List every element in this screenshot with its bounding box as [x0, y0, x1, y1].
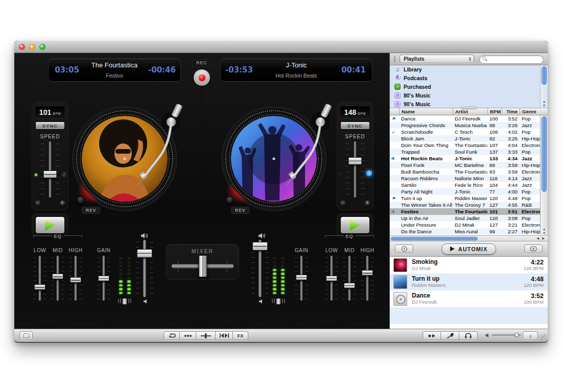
eq-high-slider[interactable]	[69, 256, 82, 301]
automix-button[interactable]: AUTOMIX	[441, 243, 497, 255]
column-genre[interactable]: Genre	[520, 108, 548, 115]
table-hscrollbar[interactable]: ◀ ▶	[390, 235, 548, 241]
eq-low-slider[interactable]	[34, 256, 46, 301]
speed-slider[interactable]: ♪	[36, 141, 64, 198]
history-button[interactable]	[395, 244, 413, 253]
table-row[interactable]: Party All Night J-Tonic 77 4:00 Pop	[390, 188, 541, 195]
skip-button[interactable]	[216, 331, 233, 340]
pitch-slider-button[interactable]	[196, 331, 216, 340]
column-bpm[interactable]: BPM	[487, 108, 502, 115]
crossfader[interactable]	[172, 264, 233, 268]
table-row[interactable]: Doin Your Own Thing The Fourtastica 107 …	[390, 142, 541, 149]
source-scrollbar[interactable]: ▲▼	[540, 65, 548, 108]
eq-low-slider[interactable]	[325, 256, 338, 301]
key-lock-button[interactable]: ♪	[60, 170, 68, 178]
source-item[interactable]: 80's Music	[390, 91, 548, 100]
table-row[interactable]: Do the Dance Miss Aural 99 2:27 Hip-Hop	[390, 228, 541, 235]
table-row[interactable]: Scratchdoodle C Tesch 108 4:02 Pop	[390, 129, 541, 135]
turntable-right[interactable]	[221, 99, 339, 216]
table-row[interactable]: Budi Bamboocha The Fourtastica 83 3:58 E…	[390, 168, 541, 175]
record-button[interactable]	[193, 69, 210, 86]
play-button[interactable]	[35, 216, 65, 234]
turntable-left[interactable]	[72, 99, 190, 216]
gain-slider[interactable]	[295, 256, 308, 301]
table-row[interactable]: Pixel Funk MC Bartelme 89 3:58 Hip-Hop	[390, 162, 541, 168]
close-button[interactable]	[19, 44, 25, 50]
sync-button[interactable]: SYNC	[35, 121, 65, 130]
source-item[interactable]: Purchased	[390, 83, 548, 91]
speed-slider[interactable]: ♪	[341, 141, 369, 198]
channel-fader-right[interactable]	[252, 240, 268, 297]
source-item[interactable]: Podcasts	[390, 74, 548, 83]
crossfader-knob[interactable]	[198, 255, 207, 277]
table-row[interactable]: Santilo Fede le Rico 104 4:44 Jazz	[390, 182, 541, 188]
table-row[interactable]: Progressive Chords Musica Nueba 98 3:26 …	[390, 122, 541, 129]
table-row[interactable]: Hot Rockin Beats J-Tonic 133 4:34 Jazz	[390, 155, 541, 162]
minimize-button[interactable]	[29, 44, 35, 50]
rev-knob[interactable]	[226, 196, 234, 204]
play-button[interactable]	[340, 216, 370, 234]
loop-button[interactable]	[163, 331, 180, 340]
splitter-handle[interactable]	[461, 107, 477, 109]
record-session-button[interactable]	[423, 331, 441, 340]
speed-slider-knob[interactable]	[43, 170, 57, 178]
table-scrollbar[interactable]: ▲▼	[540, 115, 548, 235]
scrollbar-arrows[interactable]: ▲▼	[541, 100, 548, 108]
column-time[interactable]: Time	[502, 108, 520, 115]
panel-drag-handle[interactable]	[394, 56, 395, 62]
volume-track[interactable]	[491, 334, 521, 336]
cue-points-button[interactable]	[180, 331, 196, 340]
key-lock-button[interactable]: ♪	[365, 169, 373, 177]
fullscreen-button[interactable]	[19, 331, 33, 340]
table-row[interactable]: The Winner Takes It All The Groovy 7 127…	[390, 202, 541, 208]
channel-fader-left[interactable]	[137, 240, 152, 297]
pan-slider-left[interactable]	[118, 299, 131, 303]
pan-slider-right[interactable]	[272, 299, 285, 303]
queue-drawer-button[interactable]: ▼	[524, 244, 543, 253]
table-header[interactable]: Name Artist BPM Time Genre	[390, 108, 548, 115]
speed-plus-button[interactable]: +	[364, 200, 371, 207]
title-bar[interactable]	[14, 41, 548, 53]
speed-plus-button[interactable]: +	[59, 200, 66, 207]
table-row[interactable]: Under Pressure DJ Mirak 127 3:21 Electro…	[390, 222, 541, 228]
scrollbar-arrows[interactable]: ◀ ▶	[536, 236, 548, 240]
table-row[interactable]: Racoon Riddims Nallorie Minn 118 4:14 Ja…	[390, 175, 541, 182]
cell-artist: Soul Funk	[453, 149, 487, 155]
queue-item[interactable]: Turn it up Riddim Masters 4:48 120 BPM	[390, 274, 548, 290]
zoom-button[interactable]	[39, 44, 45, 50]
queue-item[interactable]: Smoking DJ Mirak 4:22 126 BPM	[390, 257, 548, 274]
table-row[interactable]: Festivo The Fourtastica 101 3:51 Electro…	[390, 208, 541, 215]
volume-knob[interactable]	[514, 333, 519, 337]
speed-slider-knob[interactable]	[348, 157, 362, 165]
table-row[interactable]: Up in the Air Soul Jadler 120 3:08 Pop	[390, 215, 541, 222]
rev-knob[interactable]	[77, 196, 85, 204]
scrollbar-thumb[interactable]	[391, 237, 478, 240]
scrollbar-arrows[interactable]: ▲▼	[541, 227, 548, 235]
fx-button[interactable]: FX	[233, 331, 248, 340]
microphone-button[interactable]	[441, 331, 459, 340]
gain-label: GAIN	[295, 248, 308, 253]
speed-minus-button[interactable]: −	[339, 200, 346, 207]
row-marker-icon	[391, 116, 395, 121]
source-item[interactable]: Library	[390, 65, 548, 74]
queue-item[interactable]: Dance DJ Fireredk 3:52 100 BPM	[390, 290, 548, 307]
scrollbar-thumb[interactable]	[542, 66, 547, 85]
eq-mid-slider[interactable]	[52, 256, 64, 301]
table-row[interactable]: Trapped Soul Funk 137 3:33 Pop	[390, 149, 541, 155]
table-row[interactable]: Dance DJ Fireredk 100 3:52 Pop	[390, 115, 541, 122]
sync-button[interactable]: SYNC	[340, 121, 370, 130]
headphones-button[interactable]	[459, 331, 478, 340]
gain-slider[interactable]	[98, 256, 110, 301]
scrollbar-thumb[interactable]	[542, 116, 547, 192]
queue-track-title: Turn it up	[412, 276, 519, 283]
column-name[interactable]: Name	[399, 108, 453, 115]
eq-mid-slider[interactable]	[343, 256, 356, 301]
speed-minus-button[interactable]: −	[34, 200, 41, 207]
table-row[interactable]: Block Jam J-Tonic 92 3:25 Hip-Hop	[390, 135, 541, 142]
music-library-button[interactable]: ♪	[523, 331, 538, 340]
source-selector[interactable]: Playlists ▲▼	[400, 55, 474, 63]
table-row[interactable]: Turn it up Riddim Masters 120 4:48 Pop	[390, 195, 541, 202]
eq-high-slider[interactable]	[361, 256, 373, 301]
resize-grip[interactable]	[540, 334, 546, 340]
search-input[interactable]	[479, 55, 544, 64]
